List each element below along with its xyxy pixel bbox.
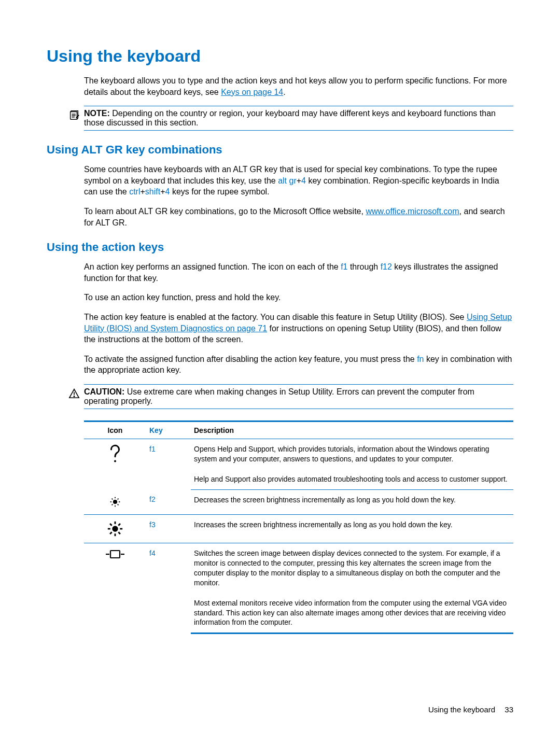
intro-text-end: . bbox=[283, 88, 285, 96]
desc-cell: Help and Support also provides automated… bbox=[191, 469, 513, 489]
key-f12: f12 bbox=[381, 262, 392, 271]
svg-line-9 bbox=[112, 499, 113, 500]
desc-cell: Switches the screen image between displa… bbox=[191, 543, 513, 593]
key-altgr: alt gr bbox=[278, 176, 297, 185]
svg-line-12 bbox=[118, 499, 119, 500]
help-icon bbox=[84, 439, 146, 489]
key-cell: f3 bbox=[146, 515, 191, 543]
table-row: f1 Opens Help and Support, which provide… bbox=[84, 439, 513, 469]
svg-line-11 bbox=[112, 504, 113, 505]
key-cell: f1 bbox=[146, 439, 191, 489]
page-number: 33 bbox=[505, 705, 513, 714]
text: through bbox=[347, 262, 380, 271]
svg-line-10 bbox=[118, 504, 119, 505]
th-key: Key bbox=[146, 421, 191, 439]
note-icon bbox=[68, 109, 81, 122]
key-fn: fn bbox=[417, 355, 424, 363]
text: + bbox=[297, 176, 301, 185]
desc-cell: Most external monitors receive video inf… bbox=[191, 593, 513, 634]
key-ctrl: ctrl bbox=[129, 187, 140, 196]
text: To activate the assigned function after … bbox=[84, 355, 417, 363]
action-keys-table: Icon Key Description f1 Opens Help and S… bbox=[84, 420, 513, 634]
svg-point-3 bbox=[114, 460, 116, 462]
caution-icon bbox=[68, 388, 81, 400]
svg-rect-22 bbox=[110, 551, 120, 558]
key-shift: shift bbox=[145, 187, 160, 196]
note-callout: NOTE: Depending on the country or region… bbox=[84, 106, 513, 131]
text: + bbox=[160, 187, 165, 196]
caution-label: CAUTION: bbox=[84, 387, 124, 396]
svg-line-20 bbox=[110, 532, 112, 534]
altgr-para2: To learn about ALT GR key combinations, … bbox=[84, 206, 513, 228]
text: + bbox=[141, 187, 145, 196]
table-row: f3 Increases the screen brightness incre… bbox=[84, 515, 513, 543]
svg-line-18 bbox=[110, 524, 112, 526]
intro-text: The keyboard allows you to type and the … bbox=[84, 76, 507, 96]
key-cell: f2 bbox=[146, 489, 191, 515]
altgr-para1: Some countries have keyboards with an AL… bbox=[84, 164, 513, 198]
action-para2: To use an action key function, press and… bbox=[84, 292, 513, 303]
brightness-up-icon bbox=[84, 515, 146, 543]
table-row: f2 Decreases the screen brightness incre… bbox=[84, 489, 513, 515]
svg-point-13 bbox=[112, 526, 118, 531]
brightness-down-icon bbox=[84, 489, 146, 515]
caution-text: Use extreme care when making changes in … bbox=[84, 387, 474, 405]
caution-callout: CAUTION: Use extreme care when making ch… bbox=[84, 384, 513, 409]
note-label: NOTE: bbox=[84, 109, 110, 118]
text: The action key feature is enabled at the… bbox=[84, 313, 467, 321]
switch-display-icon bbox=[84, 543, 146, 634]
key-cell: f4 bbox=[146, 543, 191, 634]
svg-line-19 bbox=[118, 532, 120, 534]
action-para4: To activate the assigned function after … bbox=[84, 354, 513, 376]
action-para1: An action key performs an assigned funct… bbox=[84, 261, 513, 284]
key-4: 4 bbox=[301, 176, 306, 185]
desc-cell: Decreases the screen brightness incremen… bbox=[191, 489, 513, 515]
office-link[interactable]: www.office.microsoft.com bbox=[366, 207, 459, 216]
key-f1: f1 bbox=[341, 262, 347, 271]
svg-line-21 bbox=[118, 524, 120, 526]
th-icon: Icon bbox=[84, 421, 146, 439]
keys-link[interactable]: Keys on page 14 bbox=[221, 88, 283, 96]
note-text: Depending on the country or region, your… bbox=[84, 109, 496, 127]
altgr-heading: Using ALT GR key combinations bbox=[47, 143, 513, 157]
text: To learn about ALT GR key combinations, … bbox=[84, 207, 366, 216]
actionkeys-heading: Using the action keys bbox=[47, 241, 513, 254]
desc-cell: Opens Help and Support, which provides t… bbox=[191, 439, 513, 469]
page-footer: Using the keyboard 33 bbox=[428, 705, 513, 714]
page-title: Using the keyboard bbox=[47, 47, 513, 66]
table-row: f4 Switches the screen image between dis… bbox=[84, 543, 513, 593]
th-desc: Description bbox=[191, 421, 513, 439]
footer-title: Using the keyboard bbox=[428, 705, 495, 714]
svg-point-4 bbox=[113, 500, 117, 504]
desc-cell: Increases the screen brightness incremen… bbox=[191, 515, 513, 543]
action-para3: The action key feature is enabled at the… bbox=[84, 312, 513, 345]
svg-point-2 bbox=[74, 396, 74, 397]
text: keys for the rupee symbol. bbox=[170, 187, 269, 196]
text: An action key performs an assigned funct… bbox=[84, 262, 341, 271]
intro-paragraph: The keyboard allows you to type and the … bbox=[84, 75, 513, 97]
